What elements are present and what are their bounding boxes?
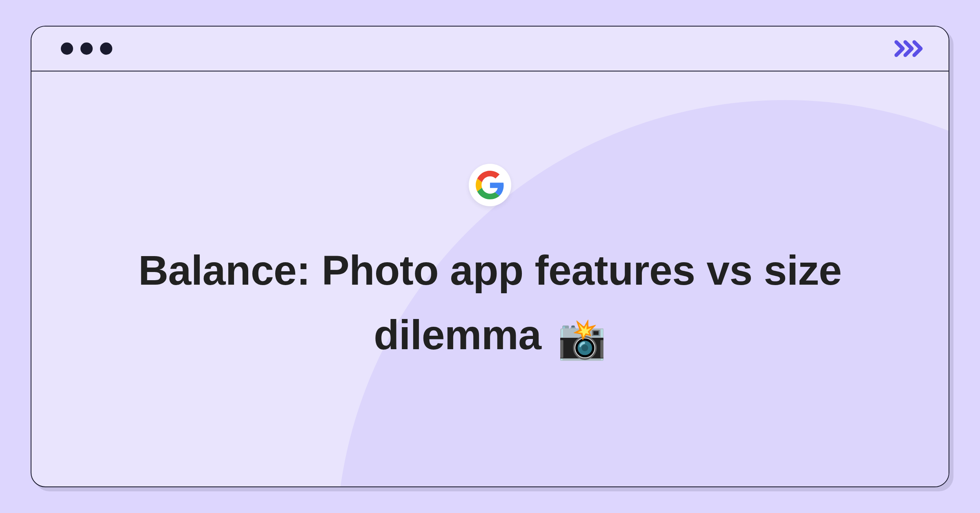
- window-titlebar: [31, 27, 949, 71]
- forward-chevrons-icon: [894, 40, 926, 58]
- camera-emoji-icon: 📸: [557, 317, 606, 361]
- headline-main: Balance: Photo app features vs size dile…: [138, 247, 842, 358]
- window-control-dots: [61, 42, 112, 55]
- headline-text: Balance: Photo app features vs size dile…: [102, 238, 878, 370]
- window-dot: [80, 42, 93, 55]
- browser-window: Balance: Photo app features vs size dile…: [31, 26, 949, 487]
- google-logo-icon: [469, 164, 511, 206]
- card-content: Balance: Photo app features vs size dile…: [31, 71, 949, 486]
- window-dot: [61, 42, 73, 55]
- window-dot: [100, 42, 112, 55]
